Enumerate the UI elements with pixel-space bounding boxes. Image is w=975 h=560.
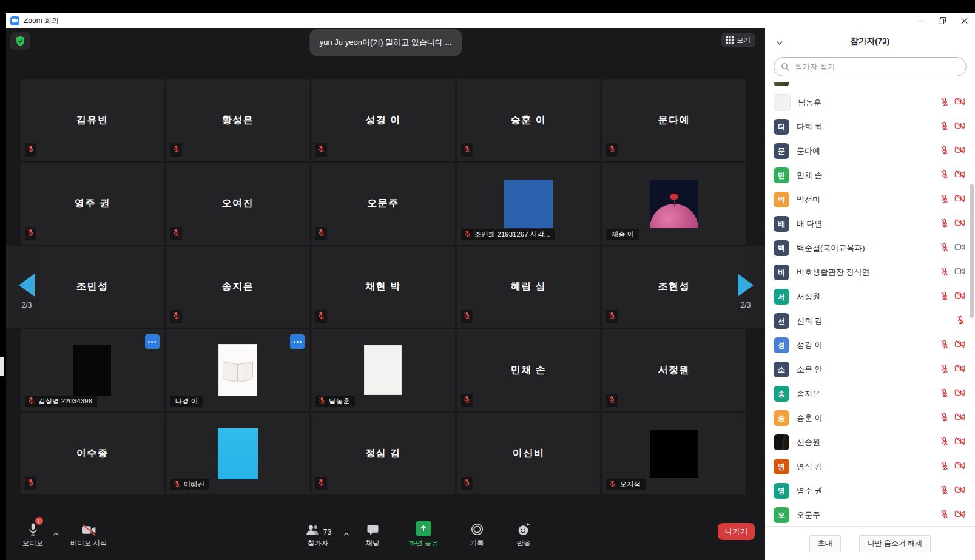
more-options-button[interactable] xyxy=(290,334,305,349)
participant-search xyxy=(765,53,975,82)
participant-row[interactable]: 다 다희 최 xyxy=(765,115,975,139)
mic-muted-icon xyxy=(940,97,949,109)
participant-name: 영석 김 xyxy=(797,461,933,472)
participant-name: 민채 손 xyxy=(797,170,933,181)
tile-name-label: 남동훈 xyxy=(315,396,355,407)
video-tile[interactable]: 조민희 21931267 시각... xyxy=(457,163,601,244)
video-tile[interactable]: 남동훈 xyxy=(311,329,455,411)
mic-muted-icon xyxy=(318,397,326,406)
video-tile[interactable]: 채현 박 xyxy=(311,246,455,328)
participants-count: 73 xyxy=(323,528,332,536)
video-tile[interactable]: 성경 이 xyxy=(311,79,455,161)
video-tile[interactable]: 나경 이 xyxy=(166,329,310,411)
start-video-button[interactable]: 비디오 시작 xyxy=(64,518,113,548)
participant-row[interactable]: 박 박선미 xyxy=(765,187,975,212)
video-tile[interactable]: 서정원 xyxy=(602,329,746,411)
participant-name: 채현 박 xyxy=(311,246,455,328)
minimize-button[interactable] xyxy=(909,13,931,28)
view-button[interactable]: 보기 xyxy=(721,33,755,47)
video-tile[interactable]: 승훈 이 xyxy=(457,79,601,161)
video-tile[interactable]: 정심 김 xyxy=(311,413,455,494)
restore-button[interactable] xyxy=(931,13,953,28)
audio-button[interactable]: ! 오디오 xyxy=(13,518,52,548)
microphone-icon: ! xyxy=(27,519,39,536)
video-tile[interactable]: 송지은 xyxy=(166,246,310,328)
video-status-icon xyxy=(954,194,965,205)
mic-muted-icon xyxy=(940,413,949,424)
participant-row[interactable]: 문 문다예 xyxy=(765,139,975,163)
video-tile[interactable]: 민채 손 xyxy=(457,329,601,411)
more-options-button[interactable] xyxy=(145,334,160,349)
participant-name: 비호생활관장 정석연 xyxy=(797,267,933,278)
participant-row[interactable]: 영 영주 권 xyxy=(765,479,975,503)
mic-muted-icon xyxy=(27,397,35,406)
participant-row[interactable]: 승 승훈 이 xyxy=(765,406,975,430)
video-tile[interactable]: 오문주 xyxy=(311,163,455,244)
video-tile[interactable]: 문다예 xyxy=(602,79,746,161)
video-tile[interactable]: 제승 이 xyxy=(602,163,746,244)
participants-button[interactable]: 73 참가자 xyxy=(296,518,340,548)
leave-meeting-button[interactable]: 나가기 xyxy=(718,523,755,540)
next-page-control[interactable]: 2/3 xyxy=(734,274,758,309)
security-shield-button[interactable] xyxy=(10,32,30,50)
video-tile[interactable]: 김성영 22034396 xyxy=(21,329,164,411)
previous-page-arrow-icon[interactable] xyxy=(19,274,35,297)
chat-bubble-icon xyxy=(366,519,379,536)
participant-row[interactable] xyxy=(765,82,975,90)
video-tile[interactable]: 조민성 xyxy=(21,246,164,328)
video-tile[interactable]: 혜림 심 xyxy=(457,246,601,328)
participant-row[interactable]: 남동훈 xyxy=(765,90,975,115)
mic-muted-icon xyxy=(173,480,181,489)
next-page-arrow-icon[interactable] xyxy=(738,274,754,297)
participant-row[interactable]: 비 비호생활관장 정석연 xyxy=(765,260,975,285)
participant-row[interactable]: 송 송지은 xyxy=(765,382,975,406)
reactions-button[interactable]: 반응 xyxy=(506,518,541,548)
participant-row[interactable]: 백 백순철(국어교육과) xyxy=(765,236,975,260)
participant-row[interactable]: 배 배 다연 xyxy=(765,212,975,236)
video-tile[interactable]: 오지석 xyxy=(602,413,746,494)
record-button[interactable]: 기록 xyxy=(460,518,494,548)
participant-row[interactable]: 영 영석 김 xyxy=(765,454,975,479)
tile-name-label xyxy=(315,227,327,240)
video-status-icon xyxy=(954,364,965,375)
close-button[interactable] xyxy=(953,13,975,28)
scrollbar-thumb[interactable] xyxy=(970,184,974,318)
profile-image xyxy=(73,345,111,396)
video-tile[interactable]: 조현성 xyxy=(602,246,746,328)
share-screen-button[interactable]: 화면 공유 xyxy=(404,518,443,548)
participant-row[interactable]: 민 민채 손 xyxy=(765,163,975,187)
participant-row[interactable]: 신승원 xyxy=(765,430,975,454)
participant-row[interactable]: 소 소은 안 xyxy=(765,357,975,382)
video-status-icon xyxy=(954,388,965,399)
participant-name: 송지은 xyxy=(166,246,310,328)
participants-options-chevron[interactable] xyxy=(343,527,349,538)
tile-name-label xyxy=(461,394,473,407)
invite-button[interactable]: 초대 xyxy=(809,535,841,552)
participant-row[interactable]: 선 선희 김 xyxy=(765,309,975,333)
mic-muted-icon xyxy=(940,170,949,181)
participant-name: 영주 권 xyxy=(21,163,164,244)
participant-avatar: 비 xyxy=(774,265,789,280)
video-tile[interactable]: 이수종 xyxy=(21,413,164,494)
mic-muted-icon xyxy=(940,437,949,448)
video-gallery-area: yun Ju yeon이(가) 말하고 있습니다 ... 보기 김유빈 황성은 … xyxy=(6,28,765,560)
video-tile[interactable]: 이혜진 xyxy=(166,413,310,494)
video-status-icon xyxy=(954,340,965,351)
video-tile[interactable]: 오여진 xyxy=(166,163,310,244)
chat-button[interactable]: 채팅 xyxy=(356,518,390,548)
video-tile[interactable]: 김유빈 xyxy=(21,79,164,161)
participant-row[interactable]: 서 서정원 xyxy=(765,285,975,309)
video-tile[interactable]: 이신비 xyxy=(457,413,601,494)
tile-name-label xyxy=(170,143,182,157)
participant-avatar: 영 xyxy=(774,483,789,499)
audio-options-chevron[interactable] xyxy=(53,527,59,538)
video-tile[interactable]: 영주 권 xyxy=(21,163,164,244)
participant-row[interactable]: 오 오문주 xyxy=(765,503,975,526)
previous-page-control[interactable]: 2/3 xyxy=(15,274,39,309)
video-tile[interactable]: 황성은 xyxy=(166,79,310,161)
participant-row[interactable]: 성 성경 이 xyxy=(765,333,975,357)
search-input[interactable] xyxy=(794,62,959,72)
participant-name: 서정원 xyxy=(602,329,746,411)
unmute-self-button[interactable]: 나만 음소거 해제 xyxy=(859,535,931,552)
profile-image xyxy=(364,345,402,395)
